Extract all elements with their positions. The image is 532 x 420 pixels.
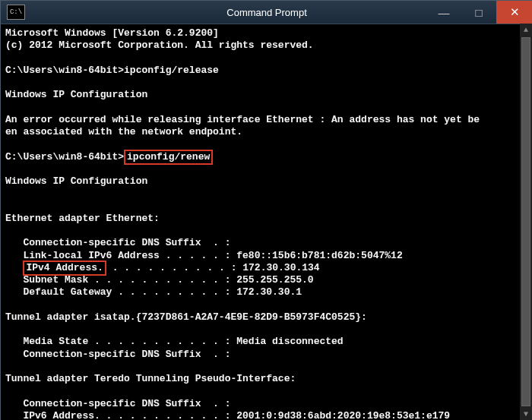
ethernet-link-local-ipv6: Link-local IPv6 Address . . . . . : fe80… <box>5 250 403 261</box>
error-message: An error occurred while releasing interf… <box>5 114 480 137</box>
tunnel-isatap-header: Tunnel adapter isatap.{7237D861-A2A7-4E9… <box>5 311 367 323</box>
ethernet-gateway: Default Gateway . . . . . . . . . : 172.… <box>5 286 302 298</box>
ethernet-header: Ethernet adapter Ethernet: <box>5 213 160 224</box>
line-version: Microsoft Windows [Version 6.2.9200] <box>5 27 219 39</box>
window-title: Command Prompt <box>226 7 306 18</box>
vertical-scrollbar[interactable]: ▲ ▼ <box>520 24 532 420</box>
terminal-output[interactable]: Microsoft Windows [Version 6.2.9200] (c)… <box>1 24 532 420</box>
minimize-button[interactable]: — <box>426 1 461 24</box>
app-icon: C:\ <box>7 5 25 20</box>
tunnel-isatap-media: Media State . . . . . . . . . . . : Medi… <box>5 336 344 347</box>
window-controls: — □ ✕ <box>426 1 532 24</box>
close-button[interactable]: ✕ <box>496 1 532 24</box>
header-renew: Windows IP Configuration <box>5 175 147 187</box>
prompt-1-cmd: ipconfig/release <box>124 65 219 76</box>
tunnel-teredo-ipv6: IPv6 Address. . . . . . . . . . . : 2001… <box>5 410 450 420</box>
tunnel-teredo-header: Tunnel adapter Teredo Tunneling Pseudo-I… <box>5 373 296 384</box>
prompt-1-path: C:\Users\win8-64bit> <box>5 65 124 76</box>
ethernet-dns: Connection-specific DNS Suffix . : <box>5 237 230 248</box>
highlight-ipv4-label: IPv4 Address. <box>23 261 106 276</box>
tunnel-isatap-dns: Connection-specific DNS Suffix . : <box>5 349 230 360</box>
command-prompt-window: C:\ Command Prompt — □ ✕ Microsoft Windo… <box>0 0 532 420</box>
header-release: Windows IP Configuration <box>5 89 147 100</box>
scroll-down-arrow-icon[interactable]: ▼ <box>520 408 532 420</box>
scrollbar-thumb[interactable] <box>521 37 530 406</box>
maximize-button[interactable]: □ <box>461 1 496 24</box>
prompt-2-path: C:\Users\win8-64bit> <box>5 151 124 163</box>
tunnel-teredo-dns: Connection-specific DNS Suffix . : <box>5 398 230 409</box>
titlebar[interactable]: C:\ Command Prompt — □ ✕ <box>1 1 532 24</box>
highlight-renew-cmd: ipconfig/renew <box>124 150 213 165</box>
ethernet-subnet: Subnet Mask . . . . . . . . . . . : 255.… <box>5 274 314 286</box>
scroll-up-arrow-icon[interactable]: ▲ <box>520 24 532 36</box>
line-copyright: (c) 2012 Microsoft Corporation. All righ… <box>5 39 314 51</box>
ethernet-ipv4-value: . . . . . . . . . . : 172.30.30.134 <box>106 262 320 273</box>
